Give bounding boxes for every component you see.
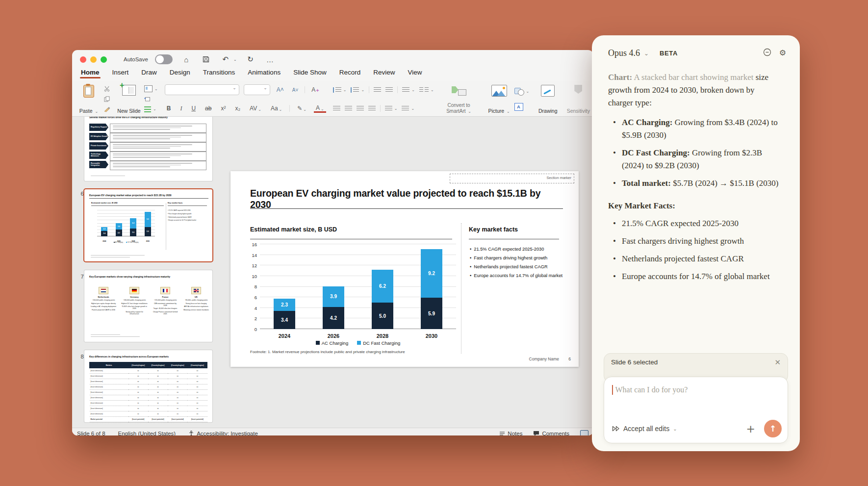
align-right-icon[interactable] (357, 105, 364, 112)
tab-animations[interactable]: Animations (248, 69, 281, 78)
drawing-button[interactable]: Drawing (536, 83, 560, 115)
market-force-tag: Regulatory Support (89, 124, 108, 131)
slide-footnote[interactable]: Footnote: 1. Market revenue projections … (250, 350, 405, 354)
facts-list[interactable]: •21.5% CAGR expected 2025-2030 •Fast cha… (470, 247, 563, 282)
chevron-down-icon: ⌄ (673, 426, 677, 432)
slide-layout-icon[interactable]: ⌄ (144, 85, 158, 93)
facts-header[interactable]: Key market facts (469, 226, 518, 233)
section-icon[interactable]: ⌄ (144, 105, 158, 113)
accept-all-edits-button[interactable]: Accept all edits ⌄ (612, 425, 677, 433)
language-status[interactable]: English (United States) (118, 431, 176, 435)
tab-draw[interactable]: Draw (141, 69, 157, 78)
assistant-message: Chart: A stacked bar chart showing marke… (608, 71, 780, 109)
stacked-bar-chart[interactable]: 02468101214163.42.320244.23.920265.06.22… (260, 244, 456, 329)
tab-record[interactable]: Record (339, 69, 361, 78)
comments-button[interactable]: Comments (533, 431, 569, 435)
market-force-tag: Private Investment (89, 142, 108, 150)
character-spacing-icon[interactable]: AV⌄ (248, 105, 263, 112)
value-label: 5.9 (147, 230, 149, 232)
text-box-icon[interactable]: A (514, 103, 530, 110)
more-commands-icon[interactable]: … (264, 55, 276, 64)
tab-review[interactable]: Review (373, 69, 395, 78)
chat-input[interactable] (614, 385, 781, 395)
align-left-icon[interactable] (333, 105, 340, 112)
italic-icon[interactable]: I (178, 105, 184, 112)
superscript-icon[interactable]: x² (219, 105, 228, 112)
chart-header[interactable]: Estimated market size, B USD (250, 226, 337, 233)
model-chevron-down-icon[interactable]: ⌄ (644, 50, 649, 57)
table-row: [Insert dimension]xxxxxxxx (90, 401, 207, 406)
numbered-list-icon[interactable]: ⌄ (351, 86, 364, 94)
market-force-detail-box (110, 142, 206, 152)
thumbnail-slide-8[interactable]: Key differences in charging infrastructu… (84, 350, 212, 422)
thumbnail-slide-7[interactable]: Key European markets show varying chargi… (84, 270, 212, 342)
font-size-select[interactable] (244, 84, 270, 95)
align-text-icon[interactable]: ⌄ (402, 105, 414, 112)
redo-icon[interactable]: ↻ (245, 55, 256, 64)
company-name[interactable]: Company Name (529, 357, 559, 361)
fast-forward-icon (612, 426, 620, 432)
slide-editor[interactable]: Section marker European EV charging mark… (230, 171, 579, 367)
decrease-indent-icon[interactable] (374, 86, 381, 94)
value-label: 6.2 (132, 222, 134, 224)
clear-formatting-icon[interactable]: A✦ (309, 86, 321, 93)
new-slide-button[interactable]: New Slide (117, 83, 141, 115)
undo-chevron-icon[interactable]: ⌄ (233, 57, 237, 62)
increase-indent-icon[interactable] (385, 86, 393, 94)
zoom-window-button[interactable] (101, 56, 107, 63)
slide-title[interactable]: European EV charging market value projec… (250, 188, 554, 210)
thumbnail-slide-6-selected[interactable]: European EV charging market value projec… (84, 189, 212, 261)
settings-gear-icon[interactable]: ⚙ (779, 48, 786, 58)
bullet-list-icon[interactable]: ⌄ (333, 86, 347, 94)
accessibility-status[interactable]: Accessibility: Investigate (188, 431, 258, 436)
change-case-icon[interactable]: Aa⌄ (269, 105, 284, 112)
thumbnail-slide-5[interactable]: Several market forces drive the EV charg… (84, 117, 212, 181)
tab-home[interactable]: Home (81, 69, 100, 78)
home-icon[interactable]: ⌂ (180, 55, 192, 64)
tab-view[interactable]: View (408, 69, 422, 78)
shapes-icon[interactable]: ⌄ (514, 88, 530, 95)
notes-button[interactable]: Notes (499, 431, 522, 435)
undo-icon[interactable]: ↶ (220, 55, 231, 64)
strikethrough-icon[interactable]: ab (203, 105, 213, 112)
columns-icon[interactable]: ⌄ (419, 86, 434, 94)
value-label: 5.0 (132, 231, 134, 233)
picture-icon (491, 85, 507, 97)
decrease-font-icon[interactable]: A˅ (290, 87, 301, 93)
editor-canvas: Several market forces drive the EV charg… (72, 117, 593, 428)
reset-slide-icon[interactable] (144, 95, 158, 102)
section-marker-placeholder[interactable]: Section marker (450, 174, 574, 183)
highlight-icon[interactable]: ✎⌄ (295, 105, 308, 112)
add-attachment-button[interactable]: + (746, 423, 755, 435)
underline-icon[interactable]: U (189, 105, 198, 112)
convert-smartart-button[interactable]: Convert to SmartArt ⌄ (437, 83, 481, 115)
tab-insert[interactable]: Insert (112, 69, 129, 78)
cut-icon[interactable] (104, 85, 110, 93)
increase-font-icon[interactable]: A˄ (275, 86, 286, 93)
subscript-icon[interactable]: x₂ (233, 105, 242, 112)
feedback-bubble-icon[interactable] (763, 48, 771, 58)
copy-icon[interactable] (104, 95, 110, 102)
bold-icon[interactable]: B (165, 105, 173, 112)
picture-button[interactable]: Picture ⌄ (487, 83, 511, 115)
autosave-toggle[interactable] (155, 54, 173, 64)
minimize-window-button[interactable] (90, 56, 97, 63)
close-window-button[interactable] (80, 56, 86, 63)
font-name-select[interactable] (165, 84, 239, 95)
tab-transitions[interactable]: Transitions (203, 69, 235, 78)
align-center-icon[interactable] (345, 105, 352, 112)
model-name[interactable]: Opus 4.6 (608, 48, 640, 58)
send-button[interactable]: ↑ (764, 420, 782, 437)
save-icon[interactable] (200, 56, 212, 63)
paste-button[interactable]: Paste ⌄ (77, 83, 101, 115)
close-icon[interactable]: ✕ (774, 358, 781, 366)
text-direction-icon[interactable]: ⌄ (385, 105, 398, 112)
font-color-icon[interactable]: A⌄ (314, 104, 326, 113)
format-painter-icon[interactable] (104, 105, 110, 113)
sensitivity-button[interactable]: Sensitivity (566, 83, 590, 115)
tab-design[interactable]: Design (170, 69, 190, 78)
justify-icon[interactable] (368, 105, 376, 112)
tab-slide-show[interactable]: Slide Show (293, 69, 327, 78)
line-spacing-icon[interactable]: ⌄ (402, 86, 415, 94)
normal-view-button[interactable] (580, 430, 588, 436)
